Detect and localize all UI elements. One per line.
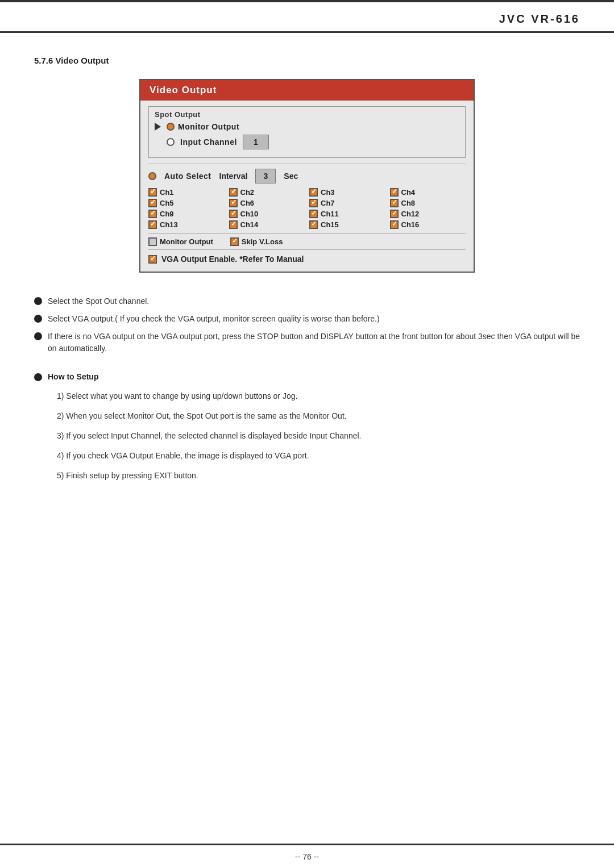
ch10-checkbox[interactable] bbox=[229, 210, 238, 218]
skip-vloss-item[interactable]: Skip V.Loss bbox=[230, 237, 283, 246]
ch3-checkbox[interactable] bbox=[309, 188, 318, 197]
how-to-setup: How to Setup 1) Select what you want to … bbox=[34, 372, 580, 482]
bullet-circle-1 bbox=[34, 297, 42, 305]
interval-value[interactable]: 3 bbox=[255, 169, 276, 183]
ch12-checkbox[interactable] bbox=[390, 210, 399, 218]
dialog-title: Video Output bbox=[140, 80, 474, 101]
section-heading: 5.7.6 Video Output bbox=[34, 56, 580, 65]
input-channel-value[interactable]: 1 bbox=[243, 135, 269, 149]
bullet-text-3: If there is no VGA output on the VGA out… bbox=[48, 331, 580, 354]
ch11-checkbox[interactable] bbox=[309, 210, 318, 218]
bullet-item-1: Select the Spot Out channel. bbox=[34, 295, 580, 307]
how-to-setup-title: How to Setup bbox=[34, 372, 580, 381]
ch8-item[interactable]: Ch8 bbox=[390, 199, 466, 207]
header: JVC VR-616 bbox=[0, 2, 614, 33]
video-output-dialog: Video Output Spot Output Monitor Output … bbox=[139, 79, 475, 273]
ch1-item[interactable]: Ch1 bbox=[148, 188, 225, 197]
ch1-checkbox[interactable] bbox=[148, 188, 157, 197]
footer: -- 76 -- bbox=[0, 844, 614, 868]
ch6-checkbox[interactable] bbox=[229, 199, 238, 207]
monitor-output-radio[interactable] bbox=[167, 123, 175, 131]
ch3-label: Ch3 bbox=[321, 188, 335, 197]
interval-label: Interval bbox=[219, 172, 248, 181]
ch15-item[interactable]: Ch15 bbox=[309, 220, 385, 229]
ch14-label: Ch14 bbox=[240, 220, 259, 229]
ch9-checkbox[interactable] bbox=[148, 210, 157, 218]
bullet-item-3: If there is no VGA output on the VGA out… bbox=[34, 331, 580, 354]
ch2-checkbox[interactable] bbox=[229, 188, 238, 197]
ch7-checkbox[interactable] bbox=[309, 199, 318, 207]
setup-step-1: 1) Select what you want to change by usi… bbox=[57, 390, 580, 402]
ch2-item[interactable]: Ch2 bbox=[229, 188, 305, 197]
ch10-label: Ch10 bbox=[240, 210, 259, 218]
input-channel-label: Input Channel bbox=[180, 137, 237, 147]
monitor-output-label: Monitor Output bbox=[178, 122, 239, 131]
ch5-label: Ch5 bbox=[160, 199, 174, 207]
setup-step-5: 5) Finish setup by pressing EXIT button. bbox=[57, 470, 580, 482]
ch8-label: Ch8 bbox=[401, 199, 416, 207]
ch9-item[interactable]: Ch9 bbox=[148, 210, 225, 218]
ch14-item[interactable]: Ch14 bbox=[229, 220, 305, 229]
ch3-item[interactable]: Ch3 bbox=[309, 188, 385, 197]
header-title: JVC VR-616 bbox=[499, 12, 580, 26]
ch16-checkbox[interactable] bbox=[390, 220, 399, 229]
main-content: 5.7.6 Video Output Video Output Spot Out… bbox=[0, 33, 614, 512]
vga-output-checkbox[interactable] bbox=[148, 255, 157, 264]
ch13-checkbox[interactable] bbox=[148, 220, 157, 229]
ch5-item[interactable]: Ch5 bbox=[148, 199, 225, 207]
ch16-label: Ch16 bbox=[401, 220, 420, 229]
bullet-text-2: Select VGA output.( If you check the VGA… bbox=[48, 313, 380, 325]
ch7-label: Ch7 bbox=[321, 199, 335, 207]
setup-step-2: 2) When you select Monitor Out, the Spot… bbox=[57, 410, 580, 422]
ch8-checkbox[interactable] bbox=[390, 199, 399, 207]
ch11-item[interactable]: Ch11 bbox=[309, 210, 385, 218]
ch15-checkbox[interactable] bbox=[309, 220, 318, 229]
monitor-output-bottom-checkbox[interactable] bbox=[148, 237, 157, 246]
auto-interval-row: Auto Select Interval 3 Sec bbox=[148, 164, 466, 183]
ch9-label: Ch9 bbox=[160, 210, 174, 218]
arrow-icon bbox=[155, 123, 161, 131]
ch1-label: Ch1 bbox=[160, 188, 174, 197]
spot-output-label: Spot Output bbox=[155, 110, 459, 119]
ch2-label: Ch2 bbox=[240, 188, 255, 197]
monitor-output-row[interactable]: Monitor Output bbox=[155, 122, 459, 131]
auto-select-radio[interactable] bbox=[148, 172, 156, 180]
input-channel-radio[interactable] bbox=[167, 138, 175, 146]
ch16-item[interactable]: Ch16 bbox=[390, 220, 466, 229]
ch14-checkbox[interactable] bbox=[229, 220, 238, 229]
ch4-checkbox[interactable] bbox=[390, 188, 399, 197]
ch6-label: Ch6 bbox=[240, 199, 255, 207]
bullet-circle-2 bbox=[34, 315, 42, 323]
skip-vloss-label: Skip V.Loss bbox=[242, 237, 283, 246]
ch10-item[interactable]: Ch10 bbox=[229, 210, 305, 218]
ch13-item[interactable]: Ch13 bbox=[148, 220, 225, 229]
setup-step-4: 4) If you check VGA Output Enable, the i… bbox=[57, 450, 580, 462]
ch12-label: Ch12 bbox=[401, 210, 420, 218]
sec-label: Sec bbox=[284, 172, 298, 181]
ch11-label: Ch11 bbox=[321, 210, 339, 218]
input-channel-row[interactable]: Input Channel 1 bbox=[155, 135, 459, 149]
ch6-item[interactable]: Ch6 bbox=[229, 199, 305, 207]
ch15-label: Ch15 bbox=[321, 220, 339, 229]
ch5-checkbox[interactable] bbox=[148, 199, 157, 207]
setup-step-3: 3) If you select Input Channel, the sele… bbox=[57, 430, 580, 442]
ch4-item[interactable]: Ch4 bbox=[390, 188, 466, 197]
bottom-checks-row: Monitor Output Skip V.Loss bbox=[148, 233, 466, 246]
ch12-item[interactable]: Ch12 bbox=[390, 210, 466, 218]
page-number: -- 76 -- bbox=[295, 852, 319, 861]
vga-output-row: VGA Output Enable. *Refer To Manual bbox=[148, 249, 466, 264]
skip-vloss-checkbox[interactable] bbox=[230, 237, 239, 246]
bullet-text-1: Select the Spot Out channel. bbox=[48, 295, 149, 307]
dialog-body: Spot Output Monitor Output Input Channel… bbox=[140, 101, 474, 272]
vga-output-label: VGA Output Enable. *Refer To Manual bbox=[161, 254, 304, 264]
bullet-item-2: Select VGA output.( If you check the VGA… bbox=[34, 313, 580, 325]
ch7-item[interactable]: Ch7 bbox=[309, 199, 385, 207]
ch13-label: Ch13 bbox=[160, 220, 178, 229]
monitor-output-bottom-item[interactable]: Monitor Output bbox=[148, 237, 213, 246]
bullet-section: Select the Spot Out channel. Select VGA … bbox=[34, 295, 580, 354]
spot-output-section: Spot Output Monitor Output Input Channel… bbox=[148, 106, 466, 158]
setup-steps: 1) Select what you want to change by usi… bbox=[34, 390, 580, 482]
bullet-circle-3 bbox=[34, 332, 42, 340]
auto-select-label: Auto Select bbox=[164, 172, 211, 181]
how-to-setup-bullet bbox=[34, 373, 42, 381]
